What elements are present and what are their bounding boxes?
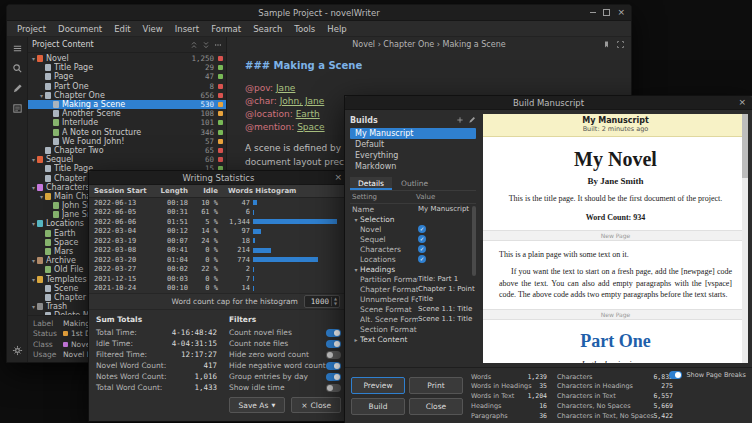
close-icon[interactable]: × [334, 173, 342, 182]
tree-caret-icon[interactable]: ▾ [30, 184, 37, 191]
show-page-breaks-toggle[interactable]: Show Page Breaks [669, 371, 746, 379]
setting-row[interactable]: ▾Headings [350, 264, 476, 274]
histogram-cap-value[interactable]: 1000 [305, 297, 331, 306]
session-row[interactable]: 2022-06-0500:3161 %6 [89, 208, 348, 218]
print-button[interactable]: Print [409, 377, 463, 394]
setting-row[interactable]: NameMy Manuscript [350, 204, 476, 214]
col-length[interactable]: Length [156, 187, 188, 195]
menu-icon[interactable] [12, 43, 23, 54]
edit-build-icon[interactable] [468, 116, 476, 124]
session-row[interactable]: 2022-06-0601:515 %1,344 [89, 217, 348, 227]
setting-row[interactable]: Alt. Scene FormatScene 1.1: Title [350, 314, 476, 324]
tree-item[interactable]: Part One8 [28, 82, 226, 91]
menu-item-insert[interactable]: Insert [169, 24, 205, 34]
checked-icon[interactable]: ✓ [418, 225, 426, 233]
preview-button[interactable]: Preview [351, 377, 405, 394]
setting-row[interactable]: Unnumbered Fo...Title [350, 294, 476, 304]
expand-all-icon[interactable] [190, 41, 198, 49]
toggle-switch-icon[interactable] [669, 371, 682, 379]
setting-row[interactable]: Characters✓ [350, 244, 476, 254]
session-row[interactable]: 2021-10-2400:100 %14 [89, 284, 348, 294]
tree-caret-icon[interactable]: ▾ [30, 156, 37, 163]
setting-row[interactable]: Sequel✓ [350, 234, 476, 244]
add-build-icon[interactable] [456, 116, 464, 124]
menu-item-document[interactable]: Document [52, 24, 108, 34]
tree-caret-icon[interactable]: ▾ [30, 303, 37, 310]
toggle-switch-icon[interactable] [326, 384, 341, 392]
toggle-switch-icon[interactable] [326, 340, 341, 348]
tree-item[interactable]: Page47 [28, 72, 226, 81]
keyword-value[interactable]: Space [297, 122, 324, 132]
tree-caret-icon[interactable]: ▾ [30, 220, 37, 227]
toggle-switch-icon[interactable] [326, 351, 341, 359]
tree-item[interactable]: Chapter Two65 [28, 146, 226, 155]
more-icon[interactable] [214, 41, 222, 49]
tree-caret-icon[interactable]: ▾ [38, 193, 45, 200]
col-session-start[interactable]: Session Start [89, 187, 156, 195]
main-titlebar[interactable]: Sample Project - novelWriter × [7, 5, 631, 21]
build-titlebar[interactable]: Build Manuscript × [345, 96, 752, 110]
tree-caret-icon[interactable]: ▾ [30, 55, 37, 62]
tree-item[interactable]: ▾Novel1,250 [28, 54, 226, 63]
close-icon[interactable]: × [738, 98, 746, 107]
breadcrumb[interactable]: Novel › Chapter One › Making a Scene [352, 40, 505, 49]
session-row[interactable]: 2022-06-1300:1810 %47 [89, 198, 348, 208]
settings-scrollbar[interactable] [472, 206, 476, 276]
build-button[interactable]: Build [351, 398, 405, 415]
build-list-item[interactable]: Everything [350, 150, 476, 161]
setting-row[interactable]: Partition FormatTitle: Part 1 [350, 274, 476, 284]
menu-item-view[interactable]: View [137, 24, 169, 34]
tree-item[interactable]: Interlude101 [28, 118, 226, 127]
session-row[interactable]: 2022-03-2700:0222 %2 [89, 265, 348, 275]
setting-row[interactable]: Scene FormatScene 1.1: Title [350, 304, 476, 314]
menu-item-help[interactable]: Help [321, 24, 352, 34]
maximize-view-icon[interactable] [616, 40, 625, 49]
outline-icon[interactable] [12, 103, 23, 114]
toggle-switch-icon[interactable] [326, 373, 341, 381]
stats-titlebar[interactable]: Writing Statistics × [89, 171, 348, 185]
build-list-item[interactable]: Markdown [350, 161, 476, 172]
tab-outline[interactable]: Outline [393, 177, 436, 190]
group-caret-icon[interactable]: ▾ [352, 216, 360, 223]
menu-item-format[interactable]: Format [205, 24, 247, 34]
build-list-item[interactable]: Default [350, 139, 476, 150]
search-icon[interactable] [12, 63, 23, 74]
edit-icon[interactable] [12, 83, 23, 94]
keyword-value[interactable]: Earth [296, 109, 320, 119]
tab-details[interactable]: Details [350, 177, 392, 190]
preview-scrollbar[interactable] [742, 114, 748, 363]
maximize-icon[interactable] [603, 9, 610, 16]
collapse-all-icon[interactable] [202, 41, 210, 49]
group-caret-icon[interactable]: ▸ [352, 336, 360, 343]
checked-icon[interactable]: ✓ [418, 245, 426, 253]
toggle-switch-icon[interactable] [326, 329, 341, 337]
build-list-item[interactable]: My Manuscript [350, 128, 476, 139]
setting-row[interactable]: ▾Selection [350, 214, 476, 224]
toggle-switch-icon[interactable] [326, 362, 341, 370]
menu-item-project[interactable]: Project [11, 24, 52, 34]
setting-row[interactable]: ▸Text Content [350, 334, 476, 344]
settings-icon[interactable] [12, 345, 23, 356]
save-as-button[interactable]: Save As▼ [229, 397, 286, 413]
tree-item[interactable]: ▾Sequel60 [28, 155, 226, 164]
session-row[interactable]: 2022-03-2001:040 %774 [89, 255, 348, 265]
bookmark-icon[interactable] [602, 40, 611, 49]
session-row[interactable]: 2022-03-1900:0724 %18 [89, 236, 348, 246]
keyword-value[interactable]: John, Jane [280, 96, 325, 106]
setting-row[interactable]: Novel✓ [350, 224, 476, 234]
tree-item[interactable]: A Note on Structure346 [28, 128, 226, 137]
col-idle[interactable]: Idle [188, 187, 218, 195]
tree-caret-icon[interactable]: ▾ [30, 276, 37, 283]
tree-item[interactable]: Another Scene108 [28, 109, 226, 118]
session-row[interactable]: 2022-03-0400:1214 %97 [89, 227, 348, 237]
checked-icon[interactable]: ✓ [418, 235, 426, 243]
tree-caret-icon[interactable]: ▾ [30, 257, 37, 264]
keyword-value[interactable]: Jane [276, 83, 295, 93]
setting-row[interactable]: Chapter FormatChapter 1: Point [350, 284, 476, 294]
histogram-cap-spinner[interactable]: 1000 ▲▼ [304, 295, 340, 308]
menu-item-tools[interactable]: Tools [288, 24, 321, 34]
close-button[interactable]: Close [409, 398, 463, 415]
setting-row[interactable]: Section Format [350, 324, 476, 334]
tree-item[interactable]: Making a Scene530 [28, 100, 226, 109]
tree-item[interactable]: Title Page29 [28, 63, 226, 72]
